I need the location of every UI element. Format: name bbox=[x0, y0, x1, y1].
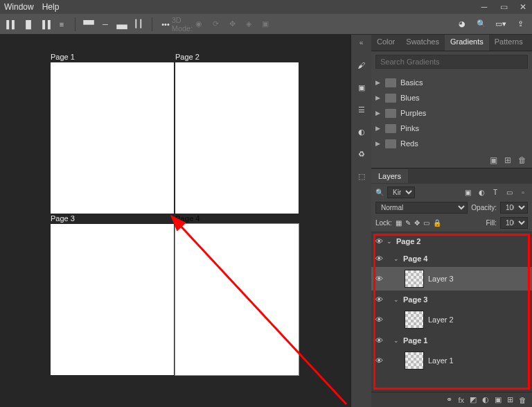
menu-help[interactable]: Help bbox=[42, 2, 60, 12]
filter-adjust-icon[interactable]: ◐ bbox=[477, 189, 486, 196]
align-middle-icon[interactable]: ─ bbox=[99, 18, 112, 31]
tab-patterns[interactable]: Patterns bbox=[489, 35, 529, 51]
layer-group-row[interactable]: 👁⌄Page 3 bbox=[371, 291, 532, 308]
chevron-right-icon: ▶ bbox=[375, 79, 381, 86]
visibility-icon[interactable]: 👁 bbox=[371, 356, 387, 365]
align-bottom-icon[interactable]: ▄▄ bbox=[116, 18, 128, 31]
styles-panel-icon[interactable]: ◐ bbox=[355, 125, 368, 138]
layer-group-row[interactable]: 👁⌄Page 4 bbox=[371, 250, 532, 267]
tab-gradients[interactable]: Gradients bbox=[445, 35, 489, 51]
artboard-page-1[interactable]: Page 1 bbox=[51, 62, 174, 214]
3d-camera-icon: ▣ bbox=[259, 18, 272, 31]
search-gradients-input[interactable] bbox=[375, 55, 528, 69]
layer-label: Layer 1 bbox=[428, 356, 454, 365]
layer-row[interactable]: 👁Layer 3 bbox=[371, 267, 532, 291]
3d-rotate-icon: ⟳ bbox=[209, 18, 222, 31]
collapse-chevron-icon[interactable]: « bbox=[360, 39, 364, 46]
visibility-icon[interactable]: 👁 bbox=[371, 336, 387, 345]
artboard-page-3[interactable]: Page 3 bbox=[51, 224, 174, 375]
chevron-down-icon[interactable]: ⌄ bbox=[393, 255, 400, 262]
folder-icon bbox=[385, 109, 396, 118]
align-left-icon[interactable]: ▌▌ bbox=[6, 18, 18, 31]
filter-pixel-icon[interactable]: ▣ bbox=[463, 189, 472, 196]
folder-item[interactable]: ▶Reds bbox=[375, 136, 531, 151]
3d-move-icon: ✥ bbox=[226, 18, 238, 31]
user-icon[interactable]: ◕ bbox=[456, 18, 468, 31]
folder-item[interactable]: ▶Pinks bbox=[375, 121, 531, 136]
visibility-icon[interactable]: 👁 bbox=[371, 315, 387, 324]
menu-window[interactable]: Window bbox=[4, 2, 34, 12]
opacity-label: Opacity: bbox=[471, 204, 497, 211]
fill-select[interactable]: 100% bbox=[500, 217, 528, 229]
adjustments-panel-icon[interactable]: ☰ bbox=[355, 103, 368, 116]
search-icon[interactable]: 🔍 bbox=[475, 18, 488, 31]
tab-swatches[interactable]: Swatches bbox=[400, 35, 445, 51]
layer-tree[interactable]: 👁⌄Page 2 👁⌄Page 4 👁Layer 3 👁⌄Page 3 👁Lay… bbox=[371, 232, 532, 392]
history-panel-icon[interactable]: ▣ bbox=[355, 81, 368, 94]
new-preset-icon[interactable]: ⊞ bbox=[504, 155, 511, 165]
filter-search-icon[interactable]: 🔍 bbox=[375, 189, 384, 196]
minimize-button[interactable]: ─ bbox=[479, 2, 489, 12]
opacity-select[interactable]: 100% bbox=[500, 202, 528, 214]
maximize-button[interactable]: ▭ bbox=[499, 2, 508, 12]
layer-style-icon[interactable]: fx bbox=[458, 396, 464, 404]
lock-all-icon[interactable]: 🔒 bbox=[433, 219, 441, 227]
new-group-icon[interactable]: ▣ bbox=[495, 395, 502, 404]
align-justify-icon[interactable]: ≡ bbox=[55, 18, 68, 31]
chevron-down-icon[interactable]: ⌄ bbox=[393, 296, 400, 303]
visibility-icon[interactable]: 👁 bbox=[371, 295, 387, 304]
workspace-icon[interactable]: ▭▾ bbox=[495, 18, 507, 31]
layer-filter-kind[interactable]: Kind bbox=[387, 187, 415, 198]
layer-mask-icon[interactable]: ◩ bbox=[470, 395, 477, 404]
align-right-icon[interactable]: ▐▐ bbox=[39, 18, 51, 31]
delete-layer-icon[interactable]: 🗑 bbox=[519, 396, 526, 404]
chevron-down-icon[interactable]: ⌄ bbox=[387, 238, 393, 245]
new-group-icon[interactable]: ▣ bbox=[490, 155, 497, 165]
brush-panel-icon[interactable]: 🖌 bbox=[355, 59, 368, 71]
layer-group-row[interactable]: 👁⌄Page 1 bbox=[371, 331, 532, 349]
libraries-panel-icon[interactable]: ♻ bbox=[355, 148, 368, 160]
folder-icon bbox=[385, 139, 396, 148]
new-layer-icon[interactable]: ⊞ bbox=[507, 395, 513, 404]
artboard-label: Page 3 bbox=[51, 214, 75, 223]
blend-mode-select[interactable]: Normal bbox=[375, 202, 468, 214]
chevron-right-icon: ▶ bbox=[375, 125, 381, 132]
visibility-icon[interactable]: 👁 bbox=[371, 237, 387, 245]
filter-type-icon[interactable]: T bbox=[490, 189, 500, 196]
share-icon[interactable]: ⇪ bbox=[514, 18, 526, 31]
link-layers-icon[interactable]: ⚭ bbox=[446, 395, 452, 404]
lock-transparent-icon[interactable]: ▦ bbox=[396, 219, 402, 227]
more-icon[interactable]: ••• bbox=[159, 18, 172, 31]
group-label: Page 4 bbox=[403, 254, 427, 263]
filter-smart-icon[interactable]: ▫ bbox=[518, 189, 528, 196]
lock-position-icon[interactable]: ✥ bbox=[414, 219, 420, 227]
filter-shape-icon[interactable]: ▭ bbox=[504, 189, 514, 196]
folder-label: Basics bbox=[400, 78, 423, 87]
align-center-icon[interactable]: ▐▌ bbox=[22, 18, 35, 31]
artboard-page-2[interactable]: Page 2 bbox=[175, 62, 299, 214]
align-top-icon[interactable]: ▀▀ bbox=[82, 18, 95, 31]
close-button[interactable]: ✕ bbox=[518, 2, 528, 12]
layer-row[interactable]: 👁Layer 1 bbox=[371, 349, 532, 372]
paths-panel-icon[interactable]: ⬚ bbox=[355, 170, 368, 182]
delete-preset-icon[interactable]: 🗑 bbox=[518, 155, 526, 165]
distribute-icon[interactable]: ┃┃ bbox=[132, 18, 145, 31]
adjustment-layer-icon[interactable]: ◐ bbox=[482, 395, 489, 404]
chevron-down-icon[interactable]: ⌄ bbox=[393, 337, 400, 344]
folder-item[interactable]: ▶Basics bbox=[375, 75, 531, 90]
layer-group-row[interactable]: 👁⌄Page 2 bbox=[371, 232, 532, 250]
folder-item[interactable]: ▶Blues bbox=[375, 90, 531, 105]
tab-color[interactable]: Color bbox=[371, 35, 400, 51]
chevron-right-icon: ▶ bbox=[375, 94, 381, 101]
visibility-icon[interactable]: 👁 bbox=[371, 275, 387, 283]
layer-row[interactable]: 👁Layer 2 bbox=[371, 308, 532, 331]
visibility-icon[interactable]: 👁 bbox=[371, 254, 387, 263]
lock-pixels-icon[interactable]: ✎ bbox=[405, 219, 411, 227]
lock-artboard-icon[interactable]: ▭ bbox=[423, 219, 429, 227]
tab-layers[interactable]: Layers bbox=[371, 169, 408, 183]
canvas-area[interactable]: Page 1 Page 2 Page 3 Page 4 bbox=[0, 35, 351, 407]
fill-label: Fill: bbox=[486, 219, 497, 227]
artboard-page-4[interactable]: Page 4 bbox=[175, 224, 299, 375]
folder-item[interactable]: ▶Purples bbox=[375, 105, 531, 121]
lock-label: Lock: bbox=[375, 219, 392, 227]
